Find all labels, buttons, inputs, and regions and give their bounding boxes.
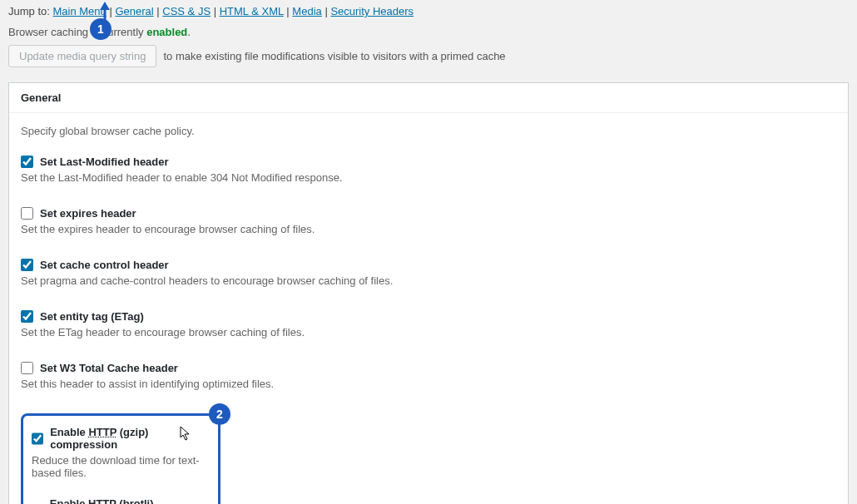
- option-w3-header: Set W3 Total Cache header Set this heade…: [21, 362, 836, 390]
- checkbox-last-modified[interactable]: [21, 156, 33, 168]
- checkbox-gzip[interactable]: [32, 432, 43, 445]
- checkbox-cache-control[interactable]: [21, 259, 33, 271]
- option-cache-control: Set cache control header Set pragma and …: [21, 259, 836, 287]
- desc-w3-header: Set this header to assist in identifying…: [21, 378, 836, 390]
- desc-last-modified: Set the Last-Modified header to enable 3…: [21, 171, 836, 184]
- section-intro: Specify global browser cache policy.: [21, 125, 836, 137]
- annotation-marker-2: 2: [209, 403, 230, 425]
- jump-link-media[interactable]: Media: [292, 5, 321, 17]
- checkbox-w3-header[interactable]: [21, 362, 33, 374]
- jump-link-general[interactable]: General: [115, 5, 153, 17]
- desc-etag: Set the ETag header to encourage browser…: [21, 326, 836, 338]
- compression-highlight-box: 2 Enable HTTP (gzip) compression Reduce …: [21, 413, 220, 504]
- option-expires: Set expires header Set the expires heade…: [21, 207, 836, 235]
- update-media-query-button[interactable]: Update media query string: [8, 45, 156, 67]
- desc-cache-control: Set pragma and cache-control headers to …: [21, 274, 836, 287]
- update-hint: to make existing file modifications visi…: [163, 50, 505, 62]
- desc-gzip: Reduce the download time for text-based …: [32, 454, 210, 479]
- desc-expires: Set the expires header to encourage brow…: [21, 223, 836, 235]
- section-title: General: [9, 83, 848, 113]
- status-enabled: enabled: [146, 26, 187, 38]
- option-last-modified: Set Last-Modified header Set the Last-Mo…: [21, 156, 836, 184]
- option-gzip: Enable HTTP (gzip) compression Reduce th…: [32, 426, 210, 479]
- general-section: General Specify global browser cache pol…: [8, 82, 849, 504]
- jump-to-nav: Jump to: Main Menu | General | CSS & JS …: [8, 5, 849, 17]
- jump-link-security-headers[interactable]: Security Headers: [330, 5, 414, 17]
- jump-link-html-xml[interactable]: HTML & XML: [220, 5, 284, 17]
- checkbox-expires[interactable]: [21, 207, 33, 220]
- jump-prefix: Jump to:: [8, 5, 50, 17]
- annotation-arrow-1: [97, 0, 113, 37]
- status-line: Browser caching is currently enabled.: [8, 26, 849, 38]
- option-brotli: Enable HTTP (brotli) compression Reduce …: [32, 497, 210, 504]
- jump-link-css-js[interactable]: CSS & JS: [162, 5, 211, 17]
- option-etag: Set entity tag (ETag) Set the ETag heade…: [21, 310, 836, 338]
- checkbox-etag[interactable]: [21, 310, 33, 323]
